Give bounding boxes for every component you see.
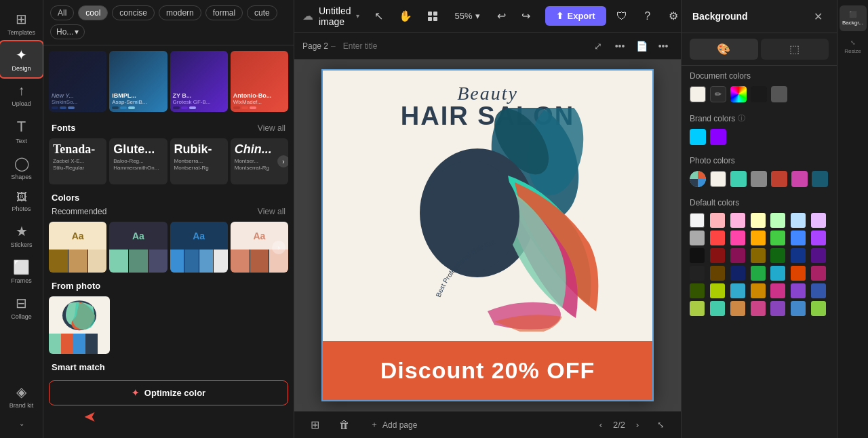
- tag-cute[interactable]: cute: [247, 5, 277, 20]
- next-page-btn[interactable]: ›: [629, 417, 646, 433]
- swatch[interactable]: [710, 266, 725, 281]
- swatch[interactable]: [791, 231, 806, 245]
- canvas-options-btn[interactable]: •••: [654, 37, 673, 56]
- swatch[interactable]: [690, 266, 705, 281]
- layout-tool[interactable]: [422, 5, 443, 27]
- swatch[interactable]: [730, 301, 745, 316]
- swatch[interactable]: [811, 231, 826, 245]
- filename-chevron[interactable]: ▾: [356, 12, 359, 20]
- font-item-tenada[interactable]: Tenada- Zacbel X-E...Stilu-Regular: [49, 138, 106, 184]
- swatch[interactable]: [690, 213, 705, 228]
- swatch[interactable]: [770, 213, 785, 228]
- photo-color-3[interactable]: [751, 171, 767, 187]
- design-canvas[interactable]: Beauty HAIR SALON: [321, 69, 654, 401]
- font-item-glute[interactable]: Glute... Baloo-Reg...HammersmithOn...: [109, 138, 167, 184]
- swatch[interactable]: [791, 266, 806, 281]
- brand-color-cyan[interactable]: [690, 129, 706, 145]
- photo-color-2[interactable]: [730, 171, 747, 187]
- photo-color-4[interactable]: [771, 171, 787, 187]
- sidebar-item-stickers[interactable]: ★ Stickers: [0, 218, 43, 254]
- doc-color-mid[interactable]: [771, 86, 787, 102]
- template-item[interactable]: ZY B... Grotesk GF-B...: [170, 51, 228, 112]
- sidebar-item-design[interactable]: ✦ Design: [0, 41, 43, 77]
- swatch[interactable]: [770, 248, 785, 263]
- tag-cool[interactable]: cool: [78, 5, 108, 20]
- help-btn[interactable]: ?: [637, 6, 658, 26]
- photo-multicolor[interactable]: [690, 171, 706, 187]
- swatch[interactable]: [690, 301, 705, 316]
- doc-color-spectrum[interactable]: [730, 86, 747, 102]
- export-btn[interactable]: ⬆ Export: [545, 6, 606, 26]
- sidebar-item-templates[interactable]: ⊞ Templates: [0, 5, 43, 41]
- swatch[interactable]: [811, 301, 826, 316]
- swatch[interactable]: [730, 248, 745, 263]
- undo-btn[interactable]: ↩: [491, 5, 513, 27]
- swatch[interactable]: [751, 301, 766, 316]
- photo-color-1[interactable]: [710, 171, 726, 187]
- swatch[interactable]: [791, 283, 806, 298]
- template-item[interactable]: Antonio-Bo... WixMadef...: [231, 51, 288, 112]
- swatch[interactable]: [751, 231, 766, 245]
- tag-formal[interactable]: formal: [205, 5, 243, 20]
- swatch[interactable]: [710, 283, 725, 298]
- swatch[interactable]: [811, 266, 826, 281]
- tab-background[interactable]: ⬛ Backgr...: [840, 5, 867, 31]
- sidebar-item-photos[interactable]: 🖼 Photos: [0, 186, 43, 218]
- photo-color-6[interactable]: [812, 171, 828, 187]
- from-photo-item[interactable]: [49, 296, 110, 354]
- swatch[interactable]: [730, 283, 745, 298]
- prev-page-btn[interactable]: ‹: [593, 417, 609, 433]
- swatch[interactable]: [690, 248, 705, 263]
- zoom-control[interactable]: 55% ▾: [449, 8, 485, 24]
- grid-view-btn[interactable]: ⊞: [305, 416, 324, 435]
- swatch[interactable]: [710, 301, 725, 316]
- sidebar-item-collage[interactable]: ⊟ Collage: [0, 290, 43, 325]
- photo-color-5[interactable]: [791, 171, 808, 187]
- paint-tool-btn[interactable]: 🎨: [690, 39, 758, 60]
- page-title-input[interactable]: [338, 39, 450, 53]
- color-combo-1[interactable]: Aa: [49, 222, 106, 273]
- swatch[interactable]: [710, 213, 725, 228]
- swatch[interactable]: [770, 283, 785, 298]
- pointer-tool[interactable]: ↖: [368, 5, 389, 27]
- doc-color-1[interactable]: [690, 86, 706, 102]
- template-item[interactable]: IBMPL... Asap-SemiB...: [109, 51, 167, 112]
- swatch[interactable]: [811, 248, 826, 263]
- swatch[interactable]: [730, 231, 745, 245]
- tag-all[interactable]: All: [50, 5, 74, 20]
- colors-view-all[interactable]: View all: [258, 207, 285, 216]
- tab-resize[interactable]: ⤡ Resize: [840, 34, 867, 60]
- sidebar-item-brand[interactable]: ◈ Brand kit: [0, 378, 43, 414]
- swatch[interactable]: [751, 283, 766, 298]
- color-combo-3[interactable]: Aa: [170, 222, 228, 273]
- swatch[interactable]: [751, 248, 766, 263]
- swatch[interactable]: [811, 283, 826, 298]
- swatch[interactable]: [791, 213, 806, 228]
- swatch[interactable]: [770, 231, 785, 245]
- swatch[interactable]: [770, 266, 785, 281]
- canvas-scroll-area[interactable]: Beauty HAIR SALON: [294, 60, 681, 411]
- swatch[interactable]: [770, 301, 785, 316]
- swatch[interactable]: [730, 213, 745, 228]
- optimize-color-btn[interactable]: ✦ Optimize color: [49, 380, 288, 405]
- swatch[interactable]: [730, 266, 745, 281]
- color-next-btn[interactable]: ›: [272, 241, 285, 254]
- hand-tool[interactable]: ✋: [395, 5, 416, 27]
- redo-btn[interactable]: ↪: [515, 5, 537, 27]
- swatch[interactable]: [751, 266, 766, 281]
- canvas-fit-btn[interactable]: ⤢: [589, 37, 608, 56]
- brand-color-purple[interactable]: [710, 129, 726, 145]
- sidebar-item-text[interactable]: T Text: [0, 113, 43, 150]
- doc-color-dark[interactable]: [751, 86, 767, 102]
- shield-icon-btn[interactable]: 🛡: [612, 6, 632, 26]
- swatch[interactable]: [710, 231, 725, 245]
- swatch[interactable]: [811, 213, 826, 228]
- sidebar-item-upload[interactable]: ↑ Upload: [0, 77, 43, 113]
- color-combo-4[interactable]: Aa ›: [231, 222, 288, 273]
- swatch[interactable]: [690, 283, 705, 298]
- font-item-chin[interactable]: Chin... Montser...Montserrat-Rg ›: [231, 138, 288, 184]
- swatch[interactable]: [791, 248, 806, 263]
- tag-more[interactable]: Ho... ▾: [50, 24, 85, 39]
- sidebar-collapse-btn[interactable]: ⌄: [0, 414, 43, 433]
- template-item[interactable]: New Y... SinkinSo...: [49, 51, 106, 112]
